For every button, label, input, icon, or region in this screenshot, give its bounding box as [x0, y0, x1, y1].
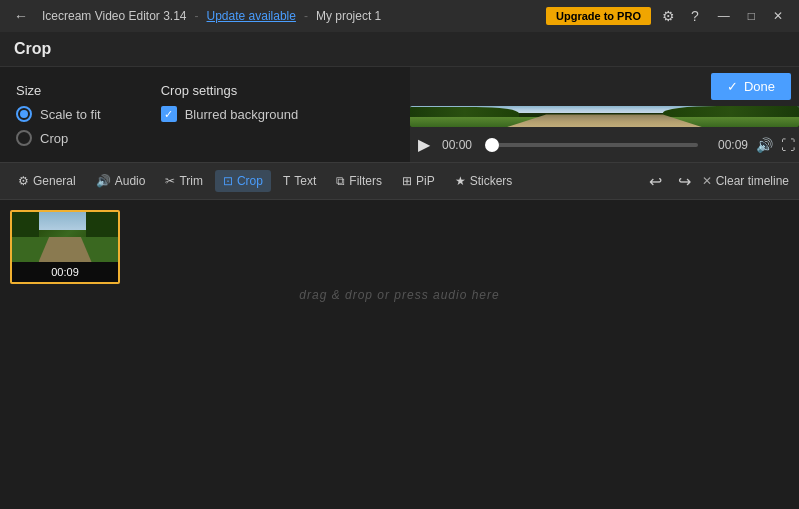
volume-icon[interactable]: 🔊 [756, 137, 773, 153]
title-bar: ← Icecream Video Editor 3.14 - Update av… [0, 0, 799, 32]
left-panel: Size Scale to fit Crop Crop settings ✓ [0, 67, 410, 162]
toolbar-text[interactable]: T Text [275, 170, 324, 192]
size-radio-group: Scale to fit Crop [16, 106, 101, 146]
general-label: General [33, 174, 76, 188]
toolbar-pip[interactable]: ⊞ PiP [394, 170, 443, 192]
scale-to-fit-radio[interactable] [16, 106, 32, 122]
back-button[interactable]: ← [8, 6, 34, 26]
size-section: Size Scale to fit Crop [16, 83, 101, 146]
done-button[interactable]: ✓ Done [711, 73, 791, 100]
trim-icon: ✂ [165, 174, 175, 188]
timeline-track: 00:09 [10, 206, 789, 288]
help-icon[interactable]: ? [686, 6, 704, 26]
settings-icon[interactable]: ⚙ [657, 6, 680, 26]
title-bar-left: ← Icecream Video Editor 3.14 - Update av… [8, 6, 538, 26]
clip-time-bar: 00:09 [12, 262, 118, 282]
size-label: Size [16, 83, 101, 98]
update-link[interactable]: Update available [207, 9, 296, 23]
toolbar-right: ↩ ↪ ✕ Clear timeline [644, 170, 789, 193]
blurred-bg-option[interactable]: ✓ Blurred background [161, 106, 298, 122]
settings-row: Size Scale to fit Crop Crop settings ✓ [16, 83, 394, 146]
stickers-icon: ★ [455, 174, 466, 188]
timeline-empty-hint: drag & drop or press audio here [10, 288, 789, 302]
redo-button[interactable]: ↪ [673, 170, 696, 193]
crop-settings-section: Crop settings ✓ Blurred background [161, 83, 298, 146]
toolbar-stickers[interactable]: ★ Stickers [447, 170, 521, 192]
close-button[interactable]: ✕ [765, 7, 791, 25]
done-button-container: ✓ Done [410, 67, 799, 106]
time-end: 00:09 [706, 138, 748, 152]
toolbar: ⚙ General 🔊 Audio ✂ Trim ⊡ Crop T Text ⧉… [0, 162, 799, 200]
crop-icon: ⊡ [223, 174, 233, 188]
toolbar-general[interactable]: ⚙ General [10, 170, 84, 192]
title-separator2: - [304, 9, 308, 23]
audio-label: Audio [115, 174, 146, 188]
progress-thumb[interactable] [485, 138, 499, 152]
progress-bar[interactable] [492, 143, 698, 147]
done-checkmark: ✓ [727, 79, 738, 94]
audio-icon: 🔊 [96, 174, 111, 188]
crop-radio-label: Crop [40, 131, 68, 146]
window-controls: — □ ✕ [710, 7, 791, 25]
video-frame [410, 106, 799, 127]
app-title: Icecream Video Editor 3.14 [42, 9, 187, 23]
pip-label: PiP [416, 174, 435, 188]
crop-radio[interactable] [16, 130, 32, 146]
clear-timeline-label: Clear timeline [716, 174, 789, 188]
player-controls: ▶ 00:00 00:09 🔊 ⛶ [410, 127, 799, 162]
upgrade-button[interactable]: Upgrade to PRO [546, 7, 651, 25]
fullscreen-button[interactable]: ⛶ [781, 137, 795, 153]
main-content: Size Scale to fit Crop Crop settings ✓ [0, 67, 799, 162]
text-label: Text [294, 174, 316, 188]
clear-x-icon: ✕ [702, 174, 712, 188]
page-title: Crop [14, 40, 51, 57]
toolbar-audio[interactable]: 🔊 Audio [88, 170, 154, 192]
minimize-button[interactable]: — [710, 7, 738, 25]
toolbar-crop[interactable]: ⊡ Crop [215, 170, 271, 192]
blurred-bg-label: Blurred background [185, 107, 298, 122]
maximize-button[interactable]: □ [740, 7, 763, 25]
page-header: Crop [0, 32, 799, 67]
filters-label: Filters [349, 174, 382, 188]
blurred-bg-checkbox[interactable]: ✓ [161, 106, 177, 122]
crop-settings-label: Crop settings [161, 83, 298, 98]
undo-button[interactable]: ↩ [644, 170, 667, 193]
pip-icon: ⊞ [402, 174, 412, 188]
clip-duration: 00:09 [51, 266, 79, 278]
text-icon: T [283, 174, 290, 188]
stickers-label: Stickers [470, 174, 513, 188]
project-name: My project 1 [316, 9, 381, 23]
clip-thumbnail[interactable]: 00:09 [10, 210, 120, 284]
general-icon: ⚙ [18, 174, 29, 188]
scale-to-fit-option[interactable]: Scale to fit [16, 106, 101, 122]
crop-option[interactable]: Crop [16, 130, 101, 146]
crop-label: Crop [237, 174, 263, 188]
trim-label: Trim [179, 174, 203, 188]
time-current: 00:00 [442, 138, 484, 152]
toolbar-filters[interactable]: ⧉ Filters [328, 170, 390, 192]
done-label: Done [744, 79, 775, 94]
title-separator: - [195, 9, 199, 23]
toolbar-trim[interactable]: ✂ Trim [157, 170, 211, 192]
clear-timeline-button[interactable]: ✕ Clear timeline [702, 174, 789, 188]
play-button[interactable]: ▶ [414, 133, 434, 156]
scale-to-fit-label: Scale to fit [40, 107, 101, 122]
filters-icon: ⧉ [336, 174, 345, 188]
title-bar-right: Upgrade to PRO ⚙ ? — □ ✕ [546, 6, 791, 26]
timeline: 00:09 drag & drop or press audio here [0, 200, 799, 308]
video-section: ✓ Done ▶ 00:00 00:09 🔊 ⛶ [410, 67, 799, 162]
clip-thumb-video [12, 212, 118, 262]
video-preview [410, 106, 799, 127]
